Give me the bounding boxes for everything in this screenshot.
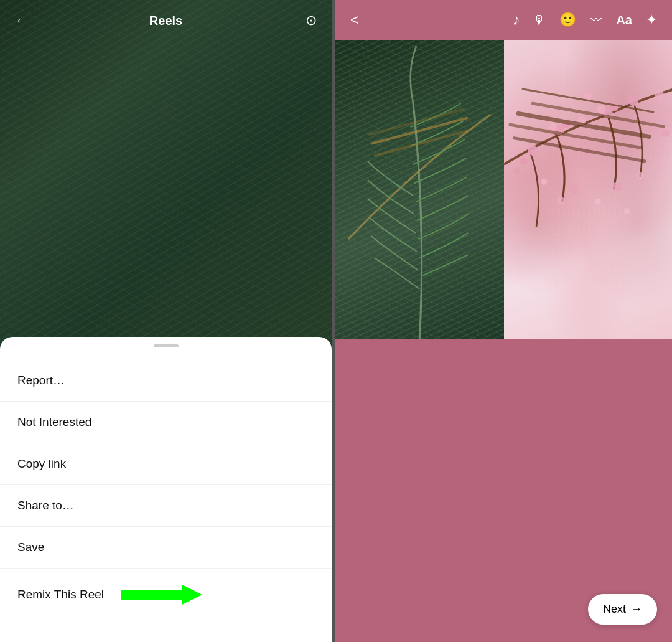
not-interested-label: Not Interested [17,415,91,429]
svg-point-19 [584,92,592,100]
reel-background [0,0,332,349]
green-arrow-icon [121,582,202,607]
svg-point-20 [513,168,520,174]
report-label: Report… [17,374,65,387]
editor-content [335,40,672,642]
svg-point-11 [569,185,579,194]
right-panel: < ♪ 🎙 🙂 〰 Aa ✦ [335,0,672,642]
svg-point-1 [548,123,557,131]
right-back-button[interactable]: < [350,11,359,29]
right-header: < ♪ 🎙 🙂 〰 Aa ✦ [335,0,672,40]
page-title: Reels [149,14,182,28]
remix-arrow [121,582,202,607]
left-panel: ← Reels ⊙ Report… Not Interested Copy li… [0,0,332,642]
images-container [335,40,672,339]
svg-point-6 [528,146,538,156]
sheet-item-save[interactable]: Save [0,527,332,569]
svg-point-8 [577,116,586,125]
sheet-item-share-to[interactable]: Share to… [0,485,332,527]
svg-point-9 [655,90,664,99]
svg-point-13 [612,182,622,191]
save-label: Save [17,541,44,554]
fern-svg [335,40,504,339]
music-icon[interactable]: ♪ [512,11,520,29]
svg-point-15 [541,179,547,185]
svg-point-4 [596,105,605,114]
fern-image [335,40,504,339]
svg-point-12 [557,197,564,204]
mic-icon[interactable]: 🎙 [533,13,546,27]
sparkle-icon[interactable]: ✦ [646,12,657,28]
svg-point-17 [623,208,630,214]
face-icon[interactable]: 🙂 [559,12,576,28]
sheet-item-not-interested[interactable]: Not Interested [0,402,332,443]
blossom-image [504,40,673,339]
sheet-item-report[interactable]: Report… [0,360,332,402]
remix-label: Remix This Reel [17,588,104,602]
svg-point-18 [661,130,669,137]
back-icon: ← [15,12,29,29]
copy-link-label: Copy link [17,457,66,471]
svg-point-7 [628,96,638,106]
camera-icon[interactable]: ⊙ [306,12,317,29]
next-icon: → [631,603,642,616]
next-label: Next [603,603,626,616]
right-tools: ♪ 🎙 🙂 〰 Aa ✦ [512,11,657,29]
sheet-item-copy-link[interactable]: Copy link [0,443,332,485]
pen-icon[interactable]: 〰 [590,13,602,27]
sheet-item-remix[interactable]: Remix This Reel [0,569,332,621]
svg-point-16 [594,199,600,205]
svg-point-5 [609,103,618,111]
left-header: ← Reels ⊙ [0,0,332,41]
text-icon[interactable]: Aa [616,13,632,27]
next-button[interactable]: Next → [588,594,657,625]
back-button[interactable]: ← [15,12,29,29]
share-to-label: Share to… [17,499,74,512]
blossom-svg [504,40,673,339]
bottom-sheet: Report… Not Interested Copy link Share t… [0,337,332,642]
svg-point-10 [519,158,526,165]
svg-point-2 [561,120,570,128]
sheet-handle [154,344,179,347]
svg-point-14 [636,172,643,179]
